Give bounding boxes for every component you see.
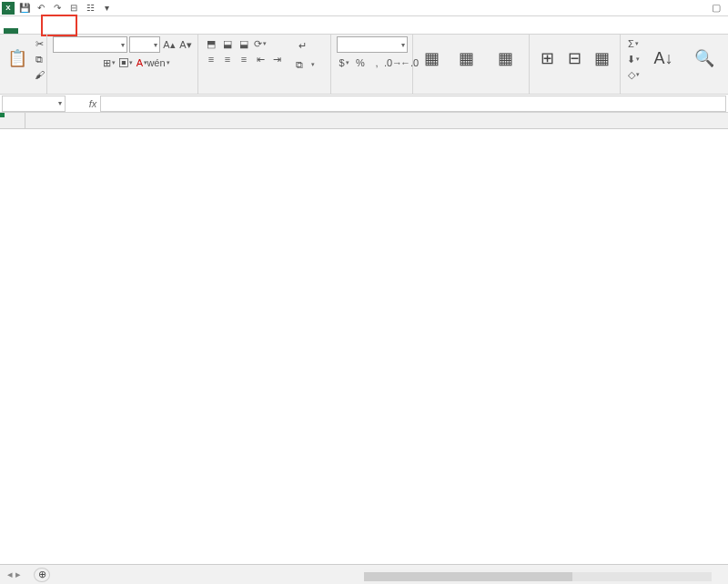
inc-decimal-icon[interactable]: .0→ <box>386 55 400 70</box>
ribbon: 📋 ✂ ⧉ 🖌 A▴ A▾ ⊞ 🞕 <box>0 35 728 95</box>
group-label <box>419 92 523 94</box>
underline-button[interactable] <box>86 55 100 70</box>
ribbon-tabs <box>0 16 728 35</box>
column-headers <box>25 113 728 129</box>
group-alignment: ⬒ ⬓ ⬓ ⟳ ≡ ≡ ≡ ⇤ ⇥ ↵ ⧉ <box>198 35 331 94</box>
indent-inc-icon[interactable]: ⇥ <box>269 52 284 66</box>
wrap-icon: ↵ <box>296 38 310 53</box>
format-cells-button[interactable]: ▦ <box>590 36 614 80</box>
bold-button[interactable] <box>53 55 67 70</box>
indent-dec-icon[interactable]: ⇤ <box>253 52 268 66</box>
number-format-combo[interactable] <box>337 36 408 53</box>
cut-icon[interactable]: ✂ <box>32 36 46 51</box>
print-icon[interactable]: ☷ <box>84 2 96 15</box>
name-box[interactable] <box>2 96 66 112</box>
merge-center-button[interactable]: ⧉ <box>290 55 317 74</box>
fill-icon[interactable]: ⬇ <box>626 52 641 66</box>
border-icon[interactable]: ⊞ <box>102 55 116 70</box>
delete-cells-button[interactable]: ⊟ <box>562 36 587 80</box>
group-label <box>535 92 614 94</box>
delete-icon: ⊟ <box>568 48 581 68</box>
group-cells: ⊞ ⊟ ▦ <box>530 35 621 94</box>
highlight-box <box>41 15 77 36</box>
tab-file[interactable] <box>4 28 18 34</box>
font-size-combo[interactable] <box>129 36 160 53</box>
group-label <box>626 92 723 94</box>
insert-cells-button[interactable]: ⊞ <box>535 36 560 80</box>
help-icon[interactable] <box>699 0 703 15</box>
conditional-format-button[interactable]: ▦ <box>419 36 445 80</box>
group-clipboard: 📋 ✂ ⧉ 🖌 <box>0 35 47 94</box>
format-table-button[interactable]: ▦ <box>448 36 484 80</box>
comma-icon[interactable]: , <box>369 55 384 70</box>
phonetic-icon[interactable]: wén <box>151 55 166 70</box>
ribbon-options-icon[interactable]: ▢ <box>710 0 723 15</box>
group-styles: ▦ ▦ ▦ <box>413 35 530 94</box>
fx-icon[interactable]: fx <box>86 98 100 109</box>
copy-icon[interactable]: ⧉ <box>32 52 46 66</box>
group-number: $ % , .0→ ←.0 <box>331 35 413 94</box>
cell-styles-button[interactable]: ▦ <box>487 36 523 80</box>
sort-icon: A↓ <box>653 49 672 68</box>
accounting-icon[interactable]: $ <box>337 55 351 70</box>
increase-font-icon[interactable]: A▴ <box>162 37 177 52</box>
save-icon[interactable]: 💾 <box>18 2 31 15</box>
align-left-icon[interactable]: ≡ <box>204 52 218 66</box>
decrease-font-icon[interactable]: A▾ <box>178 37 193 52</box>
spreadsheet-grid <box>0 113 728 564</box>
group-editing: Σ ⬇ ◇ A↓ 🔍 <box>621 35 728 94</box>
cells-area[interactable] <box>25 129 728 564</box>
group-font: A▴ A▾ ⊞ 🞕 A wén <box>47 35 198 94</box>
fill-color-icon[interactable]: 🞕 <box>118 55 133 70</box>
group-label <box>204 92 325 94</box>
font-name-combo[interactable] <box>53 36 127 53</box>
merge-icon: ⧉ <box>292 57 307 72</box>
group-label <box>53 92 192 94</box>
add-sheet-button[interactable]: ⊕ <box>34 568 50 582</box>
find-select-button[interactable]: 🔍 <box>686 36 723 80</box>
horizontal-scrollbar[interactable] <box>364 569 712 584</box>
touch-icon[interactable]: ⊟ <box>67 2 80 15</box>
quick-access-toolbar: X 💾 ↶ ↷ ⊟ ☷ ▾ <box>0 2 113 15</box>
find-icon: 🔍 <box>694 48 714 68</box>
sort-filter-button[interactable]: A↓ <box>643 36 683 80</box>
align-bottom-icon[interactable]: ⬓ <box>237 36 251 51</box>
formula-bar: fx <box>0 95 728 113</box>
undo-icon[interactable]: ↶ <box>35 2 47 15</box>
excel-icon: X <box>2 2 15 15</box>
sheet-nav[interactable]: ◂▸ <box>0 569 28 580</box>
group-label <box>337 92 407 94</box>
paste-button[interactable]: 📋 <box>5 36 29 80</box>
align-top-icon[interactable]: ⬒ <box>204 36 218 51</box>
orientation-icon[interactable]: ⟳ <box>253 36 268 51</box>
qat-more-icon[interactable]: ▾ <box>100 2 113 15</box>
align-middle-icon[interactable]: ⬓ <box>220 36 235 51</box>
group-label <box>5 92 41 94</box>
title-bar: X 💾 ↶ ↷ ⊟ ☷ ▾ ▢ <box>0 0 728 16</box>
autosum-icon[interactable]: Σ <box>626 36 641 51</box>
format-painter-icon[interactable]: 🖌 <box>32 67 46 82</box>
redo-icon[interactable]: ↷ <box>51 2 64 15</box>
formula-input[interactable] <box>100 96 726 112</box>
percent-icon[interactable]: % <box>353 55 368 70</box>
insert-icon: ⊞ <box>541 48 554 68</box>
table-style-icon: ▦ <box>459 48 474 68</box>
cond-format-icon: ▦ <box>424 48 440 68</box>
clipboard-icon: 📋 <box>7 48 27 68</box>
align-center-icon[interactable]: ≡ <box>220 52 235 66</box>
italic-button[interactable] <box>69 55 84 70</box>
align-right-icon[interactable]: ≡ <box>237 52 251 66</box>
clear-icon[interactable]: ◇ <box>626 67 641 82</box>
select-all-corner[interactable] <box>0 113 25 129</box>
sheet-tab-bar: ◂▸ ⊕ <box>0 564 728 584</box>
cell-style-icon: ▦ <box>498 48 513 68</box>
wrap-text-button[interactable]: ↵ <box>290 36 317 55</box>
format-icon: ▦ <box>594 48 610 68</box>
